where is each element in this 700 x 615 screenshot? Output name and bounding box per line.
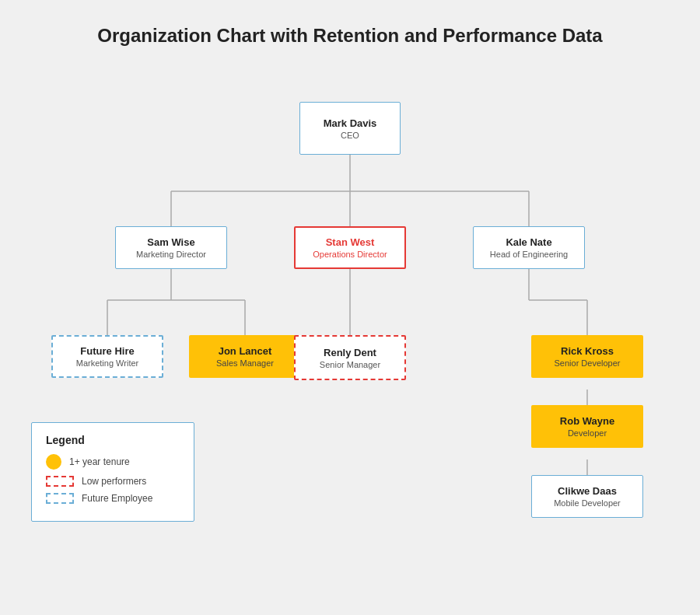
clikwe-role: Mobile Developer [554, 498, 621, 508]
legend-dashed-red-icon [46, 476, 74, 487]
node-operations[interactable]: Stan West Operations Director [294, 226, 406, 269]
legend-dot-icon [46, 454, 61, 470]
node-engineering[interactable]: Kale Nate Head of Engineering [473, 226, 585, 269]
sales-manager-name: Jon Lancet [219, 345, 272, 357]
legend-tenure-label: 1+ year tenure [69, 456, 130, 467]
node-rick[interactable]: Rick Kross Senior Developer [531, 335, 643, 378]
node-ceo[interactable]: Mark Davis CEO [299, 102, 401, 155]
rob-name: Rob Wayne [560, 415, 614, 427]
operations-role: Operations Director [313, 250, 387, 259]
marketing-role: Marketing Director [136, 250, 206, 259]
senior-manager-name: Renly Dent [324, 347, 376, 358]
ceo-role: CEO [341, 131, 359, 140]
node-marketing[interactable]: Sam Wise Marketing Director [115, 226, 227, 269]
engineering-role: Head of Engineering [490, 250, 568, 259]
rob-role: Developer [568, 428, 607, 438]
page-title: Organization Chart with Retention and Pe… [97, 23, 602, 47]
node-future-hire[interactable]: Future Hire Marketing Writer [51, 335, 163, 378]
future-hire-name: Future Hire [80, 345, 134, 357]
legend-dashed-blue-icon [46, 493, 74, 504]
rick-name: Rick Kross [561, 345, 614, 357]
node-sales-manager[interactable]: Jon Lancet Sales Manager [189, 335, 301, 378]
legend-low-performers-label: Low performers [82, 476, 146, 487]
chart-area: Mark Davis CEO Sam Wise Marketing Direct… [16, 71, 684, 537]
legend-item-tenure: 1+ year tenure [46, 454, 180, 470]
node-clikwe[interactable]: Clikwe Daas Mobile Developer [531, 475, 643, 518]
future-hire-role: Marketing Writer [76, 358, 138, 368]
senior-manager-role: Senior Manager [320, 360, 380, 369]
node-rob[interactable]: Rob Wayne Developer [531, 405, 643, 448]
marketing-name: Sam Wise [147, 236, 194, 248]
ceo-name: Mark Davis [324, 117, 377, 129]
node-senior-manager[interactable]: Renly Dent Senior Manager [294, 335, 406, 380]
engineering-name: Kale Nate [506, 236, 551, 248]
legend-future-employee-label: Future Employee [82, 493, 152, 504]
operations-name: Stan West [326, 236, 375, 248]
clikwe-name: Clikwe Daas [558, 485, 617, 497]
legend: Legend 1+ year tenure Low performers Fut… [31, 422, 194, 522]
legend-item-future-employee: Future Employee [46, 493, 180, 504]
legend-title: Legend [46, 434, 180, 446]
rick-role: Senior Developer [555, 358, 621, 368]
sales-manager-role: Sales Manager [216, 358, 274, 368]
legend-item-low-performers: Low performers [46, 476, 180, 487]
